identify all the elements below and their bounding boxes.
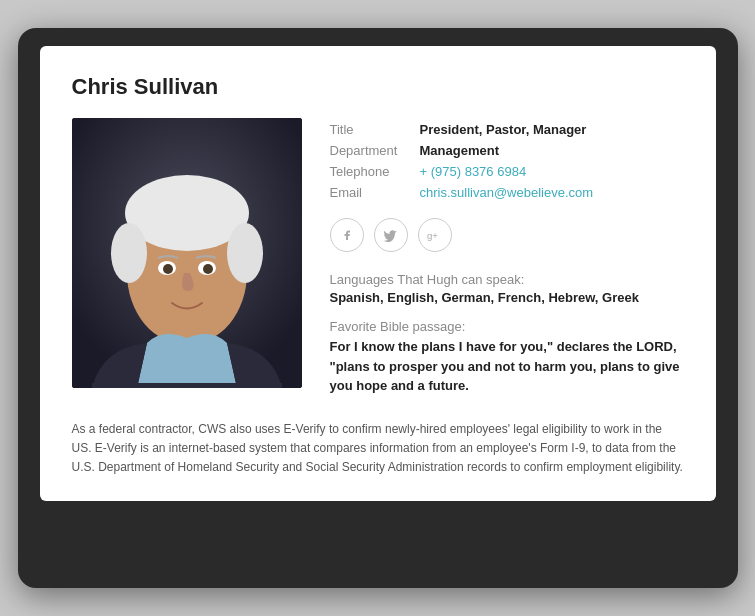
department-row: Department Management: [330, 143, 684, 158]
svg-text:g+: g+: [427, 230, 438, 241]
info-section: Title President, Pastor, Manager Departm…: [330, 118, 684, 400]
profile-card: Chris Sullivan: [40, 46, 716, 501]
title-value: President, Pastor, Manager: [420, 122, 587, 137]
person-name: Chris Sullivan: [72, 74, 684, 100]
svg-point-6: [227, 223, 263, 283]
profile-photo: [72, 118, 302, 388]
telephone-value[interactable]: + (975) 8376 6984: [420, 164, 527, 179]
bible-label: Favorite Bible passage:: [330, 319, 684, 334]
languages-label: Languages That Hugh can speak:: [330, 272, 684, 287]
title-label: Title: [330, 122, 420, 137]
telephone-row: Telephone + (975) 8376 6984: [330, 164, 684, 179]
svg-point-5: [111, 223, 147, 283]
twitter-icon[interactable]: [374, 218, 408, 252]
title-row: Title President, Pastor, Manager: [330, 122, 684, 137]
email-value[interactable]: chris.sullivan@webelieve.com: [420, 185, 594, 200]
footer-text: As a federal contractor, CWS also uses E…: [72, 420, 684, 478]
svg-rect-11: [92, 383, 282, 388]
bible-text: For I know the plans I have for you," de…: [330, 337, 684, 396]
email-label: Email: [330, 185, 420, 200]
languages-section: Languages That Hugh can speak: Spanish, …: [330, 272, 684, 305]
department-label: Department: [330, 143, 420, 158]
info-table: Title President, Pastor, Manager Departm…: [330, 122, 684, 200]
telephone-label: Telephone: [330, 164, 420, 179]
device-frame: Chris Sullivan: [18, 28, 738, 588]
profile-section: Title President, Pastor, Manager Departm…: [72, 118, 684, 400]
googleplus-icon[interactable]: g+: [418, 218, 452, 252]
facebook-icon[interactable]: [330, 218, 364, 252]
bible-section: Favorite Bible passage: For I know the p…: [330, 319, 684, 396]
email-row: Email chris.sullivan@webelieve.com: [330, 185, 684, 200]
languages-value: Spanish, English, German, French, Hebrew…: [330, 290, 684, 305]
svg-point-9: [163, 264, 173, 274]
social-icons: g+: [330, 218, 684, 252]
photo-wrapper: [72, 118, 302, 388]
svg-point-10: [203, 264, 213, 274]
department-value: Management: [420, 143, 499, 158]
